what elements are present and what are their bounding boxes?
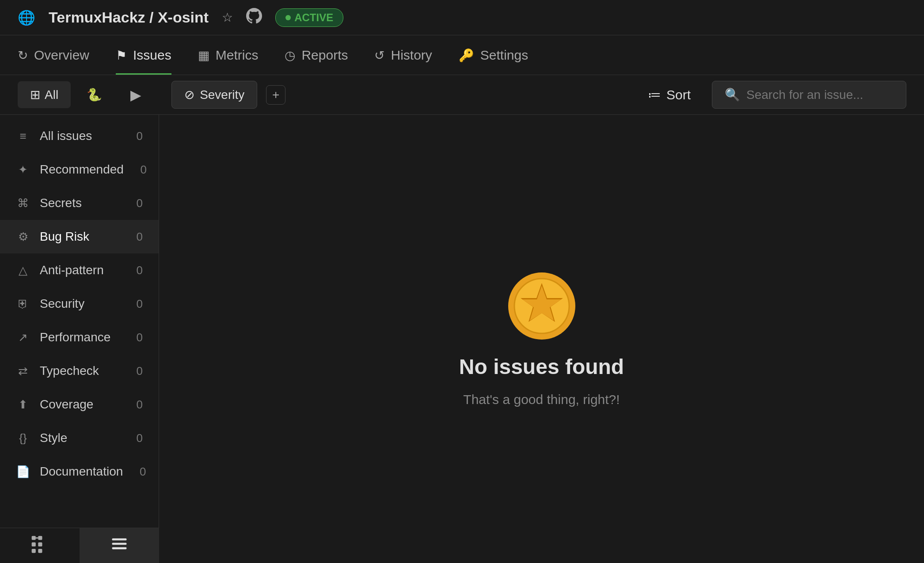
- sidebar-item-anti-pattern-label: Anti-pattern: [40, 263, 120, 277]
- svg-rect-0: [32, 536, 36, 540]
- typecheck-icon: ⇄: [16, 364, 30, 378]
- tab-issues-label: Issues: [133, 48, 171, 63]
- sidebar-item-anti-pattern-count: 0: [129, 264, 143, 277]
- list-view-button[interactable]: [80, 528, 159, 563]
- tab-settings[interactable]: 🔑 Settings: [459, 48, 528, 75]
- sort-button[interactable]: ≔ Sort: [635, 81, 703, 109]
- star-icon[interactable]: ☆: [222, 10, 233, 25]
- filter-all[interactable]: ⊞ All: [18, 81, 71, 108]
- globe-icon: 🌐: [18, 9, 35, 26]
- sidebar-item-security[interactable]: ⛨ Security 0: [0, 287, 159, 321]
- sidebar-item-security-count: 0: [129, 297, 143, 311]
- sidebar-item-performance[interactable]: ↗ Performance 0: [0, 321, 159, 354]
- sidebar-item-style-label: Style: [40, 431, 120, 445]
- filter-code-icon: ▶: [130, 87, 141, 103]
- sidebar-item-secrets[interactable]: ⌘ Secrets 0: [0, 186, 159, 220]
- sidebar-item-coverage-label: Coverage: [40, 397, 120, 412]
- sort-label: Sort: [666, 87, 691, 102]
- metrics-icon: ▦: [198, 48, 209, 63]
- issues-icon: ⚑: [116, 48, 127, 63]
- tab-metrics-label: Metrics: [216, 48, 259, 63]
- sidebar-item-all-issues-count: 0: [129, 129, 143, 143]
- sidebar-item-recommended[interactable]: ✦ Recommended 0: [0, 153, 159, 186]
- tab-reports[interactable]: ◷ Reports: [285, 48, 348, 75]
- sidebar-item-bug-risk-label: Bug Risk: [40, 230, 120, 244]
- list-view-icon: [110, 534, 129, 557]
- performance-icon: ↗: [16, 331, 30, 344]
- sort-icon: ≔: [648, 87, 661, 102]
- tab-history-label: History: [391, 48, 432, 63]
- sidebar-item-recommended-count: 0: [133, 163, 147, 177]
- main-layout: ≡ All issues 0 ✦ Recommended 0 ⌘ Secrets…: [0, 115, 924, 563]
- no-issues-subtitle: That's a good thing, right?!: [463, 392, 620, 407]
- filter-bar: ⊞ All 🐍 ▶ ⊘ Severity + ≔ Sort 🔍 Search f…: [0, 75, 924, 115]
- severity-filter[interactable]: ⊘ Severity: [171, 81, 257, 109]
- tab-issues[interactable]: ⚑ Issues: [116, 48, 171, 75]
- severity-label: Severity: [200, 88, 244, 102]
- sidebar-wrapper: ≡ All issues 0 ✦ Recommended 0 ⌘ Secrets…: [0, 115, 159, 563]
- sidebar-item-coverage[interactable]: ⬆ Coverage 0: [0, 388, 159, 421]
- sidebar-item-performance-count: 0: [129, 331, 143, 344]
- sidebar-item-bug-risk[interactable]: ⚙ Bug Risk 0: [0, 220, 159, 253]
- recommended-icon: ✦: [16, 163, 30, 177]
- svg-rect-5: [38, 549, 42, 553]
- sidebar-bottom: [0, 528, 159, 563]
- sidebar-item-all-issues-label: All issues: [40, 129, 120, 143]
- severity-icon: ⊘: [184, 87, 194, 102]
- security-icon: ⛨: [16, 297, 30, 311]
- svg-rect-7: [112, 538, 127, 540]
- svg-rect-8: [112, 543, 127, 545]
- secrets-icon: ⌘: [16, 196, 30, 210]
- search-box[interactable]: 🔍 Search for an issue...: [712, 81, 906, 109]
- nav-tabs: ↻ Overview ⚑ Issues ▦ Metrics ◷ Reports …: [0, 35, 924, 75]
- settings-icon: 🔑: [459, 48, 474, 63]
- filter-tabs: ⊞ All 🐍 ▶: [18, 80, 154, 110]
- sidebar-item-style[interactable]: {} Style 0: [0, 421, 159, 455]
- sidebar-item-documentation[interactable]: 📄 Documentation 0: [0, 455, 159, 488]
- style-icon: {}: [16, 431, 30, 445]
- bug-risk-icon: ⚙: [16, 230, 30, 244]
- filter-python-icon: 🐍: [87, 87, 102, 102]
- medal-icon: [506, 271, 577, 341]
- svg-rect-2: [32, 542, 36, 546]
- filter-python[interactable]: 🐍: [74, 81, 114, 108]
- sidebar-item-documentation-count: 0: [133, 465, 146, 479]
- overview-icon: ↻: [18, 48, 28, 63]
- coverage-icon: ⬆: [16, 398, 30, 412]
- active-label: ACTIVE: [294, 11, 333, 24]
- sidebar: ≡ All issues 0 ✦ Recommended 0 ⌘ Secrets…: [0, 115, 159, 528]
- repo-title: TermuxHackz / X-osint: [49, 9, 209, 26]
- sidebar-item-bug-risk-count: 0: [129, 230, 143, 244]
- reports-icon: ◷: [285, 48, 295, 63]
- sidebar-item-anti-pattern[interactable]: △ Anti-pattern 0: [0, 253, 159, 287]
- tab-overview[interactable]: ↻ Overview: [18, 48, 89, 75]
- filter-all-icon: ⊞: [30, 87, 40, 102]
- github-icon[interactable]: [246, 8, 262, 27]
- sidebar-item-security-label: Security: [40, 297, 120, 311]
- sidebar-item-style-count: 0: [129, 431, 143, 445]
- svg-rect-4: [32, 549, 36, 553]
- sidebar-item-typecheck[interactable]: ⇄ Typecheck 0: [0, 354, 159, 388]
- sidebar-item-documentation-label: Documentation: [40, 465, 123, 479]
- history-icon: ↺: [374, 48, 384, 63]
- search-icon: 🔍: [725, 87, 740, 102]
- tab-metrics[interactable]: ▦ Metrics: [198, 48, 259, 75]
- active-dot: [285, 15, 291, 20]
- sidebar-item-recommended-label: Recommended: [40, 162, 124, 177]
- tab-history[interactable]: ↺ History: [374, 48, 432, 75]
- add-filter-button[interactable]: +: [266, 85, 285, 105]
- active-badge: ACTIVE: [275, 8, 343, 27]
- sidebar-item-all-issues[interactable]: ≡ All issues 0: [0, 119, 159, 153]
- svg-rect-9: [112, 547, 127, 549]
- sidebar-item-coverage-count: 0: [129, 398, 143, 412]
- sidebar-item-secrets-count: 0: [129, 196, 143, 210]
- sidebar-item-secrets-label: Secrets: [40, 196, 120, 210]
- filter-code[interactable]: ▶: [118, 80, 154, 110]
- sidebar-item-typecheck-label: Typecheck: [40, 364, 120, 378]
- svg-rect-3: [38, 542, 42, 546]
- svg-rect-1: [38, 536, 42, 540]
- tab-overview-label: Overview: [34, 48, 89, 63]
- no-issues-title: No issues found: [459, 355, 624, 379]
- tab-reports-label: Reports: [301, 48, 348, 63]
- tree-view-button[interactable]: [0, 528, 80, 563]
